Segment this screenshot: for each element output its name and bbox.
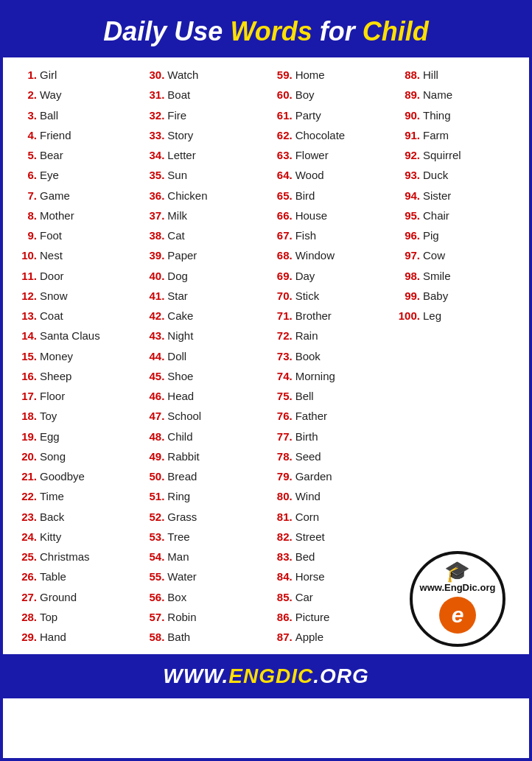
word-number: 21. (15, 468, 37, 485)
word-number: 16. (15, 368, 37, 385)
word-text: Robin (167, 609, 196, 625)
word-number: 81. (270, 508, 293, 525)
word-number: 97. (398, 247, 420, 264)
list-item: 88.Hill (395, 65, 520, 85)
word-number: 73. (270, 348, 293, 365)
footer-text: WWW.ENGDIC.ORG (163, 664, 368, 687)
list-item: 97.Cow (395, 245, 520, 265)
word-number: 15. (15, 348, 37, 365)
word-number: 39. (142, 247, 164, 264)
word-number: 10. (15, 247, 37, 264)
word-text: Shoe (167, 368, 193, 385)
title-part2: Words (230, 16, 312, 46)
list-item: 27.Ground (12, 587, 139, 607)
list-item: 22.Time (12, 486, 139, 506)
word-number: 56. (142, 589, 164, 606)
word-text: Cat (167, 227, 184, 244)
word-number: 65. (270, 187, 293, 204)
word-text: Farm (423, 127, 449, 144)
list-item: 49.Rabbit (139, 446, 267, 466)
word-text: Milk (167, 207, 187, 224)
list-item: 79.Garden (267, 466, 395, 486)
word-number: 53. (142, 528, 164, 545)
word-number: 91. (398, 127, 420, 144)
list-item: 18.Toy (12, 406, 139, 426)
word-number: 13. (15, 307, 37, 324)
word-number: 50. (142, 468, 164, 485)
column-1: 1.Girl2.Way3.Ball4.Friend5.Bear6.Eye7.Ga… (12, 65, 139, 647)
logo-text: www.EngDic.org (416, 582, 500, 594)
word-number: 79. (270, 468, 293, 485)
footer-org: .ORG (313, 664, 369, 687)
word-text: Bread (167, 468, 197, 485)
word-number: 93. (398, 166, 420, 183)
word-number: 23. (15, 508, 37, 525)
word-text: Box (167, 589, 186, 606)
list-item: 26.Table (12, 567, 139, 586)
word-text: Ground (40, 589, 77, 606)
word-text: Wind (295, 488, 321, 505)
list-item: 98.Smile (395, 266, 520, 286)
word-text: Picture (295, 609, 330, 625)
word-number: 75. (270, 387, 293, 404)
word-number: 8. (15, 207, 37, 224)
word-text: Watch (167, 66, 198, 83)
list-item: 15.Money (12, 346, 139, 366)
list-item: 76.Father (267, 406, 395, 426)
word-text: Baby (423, 287, 448, 304)
logo-circle: 🎓 www.EngDic.org e (410, 551, 505, 647)
list-item: 39.Paper (139, 245, 267, 265)
list-item: 48.Child (139, 427, 267, 446)
word-text: Sister (423, 187, 451, 204)
word-number: 83. (270, 548, 293, 565)
list-item: 17.Floor (12, 386, 139, 406)
list-item: 44.Doll (139, 346, 267, 366)
list-item: 84.Horse (267, 567, 395, 586)
word-number: 99. (398, 287, 420, 304)
list-item: 12.Snow (12, 286, 139, 306)
list-item: 29.Hand (12, 627, 139, 647)
list-item: 38.Cat (139, 225, 267, 245)
word-text: Ball (40, 107, 58, 124)
word-text: Squirrel (423, 147, 461, 164)
word-text: Game (40, 187, 70, 204)
list-item: 90.Thing (395, 105, 520, 125)
list-item: 43.Night (139, 326, 267, 346)
column-4: 88.Hill89.Name90.Thing91.Farm92.Squirrel… (395, 65, 520, 463)
word-text: House (295, 207, 327, 224)
word-text: Bell (295, 387, 314, 404)
word-number: 60. (270, 86, 293, 103)
word-text: Boy (295, 86, 315, 103)
word-text: Garden (295, 468, 332, 485)
word-number: 87. (270, 628, 293, 645)
word-number: 74. (270, 368, 293, 385)
list-item: 58.Bath (139, 627, 267, 647)
list-item: 37.Milk (139, 206, 267, 225)
word-number: 68. (270, 247, 293, 264)
list-item: 61.Party (267, 105, 395, 125)
word-number: 24. (15, 528, 37, 545)
page-container: Daily Use Words for Child 1.Girl2.Way3.B… (0, 0, 532, 761)
word-text: Apple (295, 628, 323, 645)
word-number: 89. (398, 86, 420, 103)
footer: WWW.ENGDIC.ORG (3, 654, 529, 698)
list-item: 67.Fish (267, 225, 395, 245)
word-text: Brother (295, 307, 332, 324)
word-text: Way (40, 86, 61, 103)
list-item: 94.Sister (395, 186, 520, 206)
list-item: 42.Cake (139, 306, 267, 326)
list-item: 91.Farm (395, 125, 520, 145)
list-item: 5.Bear (12, 145, 139, 165)
word-text: Table (40, 568, 66, 585)
word-number: 38. (142, 227, 164, 244)
list-item: 55.Water (139, 567, 267, 586)
word-number: 45. (142, 368, 164, 385)
word-number: 9. (15, 227, 37, 244)
word-text: Eye (40, 166, 59, 183)
list-item: 63.Flower (267, 145, 395, 165)
word-text: Book (295, 348, 321, 365)
list-item: 72.Rain (267, 326, 395, 346)
list-item: 51.Ring (139, 486, 267, 506)
word-number: 54. (142, 548, 164, 565)
word-number: 84. (270, 568, 293, 585)
